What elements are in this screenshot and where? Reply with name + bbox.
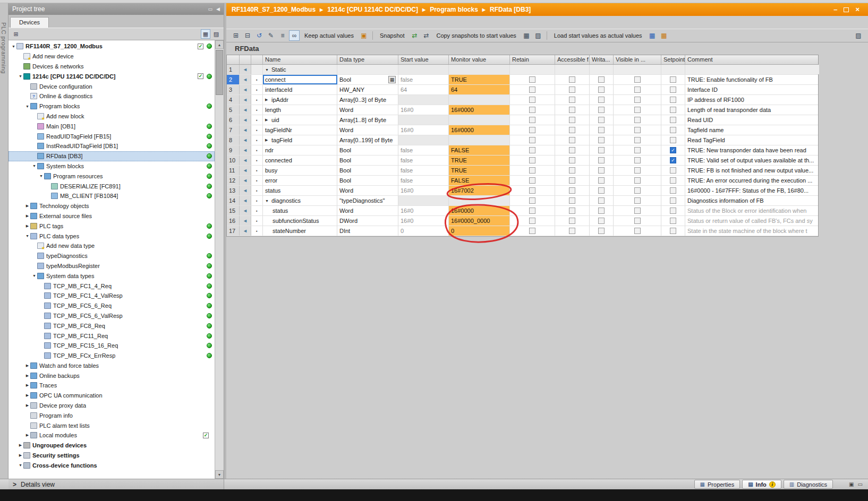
tree-item-tcp-mb-fc5-6-valresp[interactable]: TCP_MB_FC5_6_ValResp <box>8 311 215 321</box>
writable-checkbox[interactable] <box>598 187 605 194</box>
row-number[interactable]: 9 <box>227 145 240 155</box>
tree-item-typediagnostics[interactable]: typeDiagnostics <box>8 251 215 261</box>
tree-scrollbar[interactable]: ▲ ▼ <box>215 40 224 479</box>
tab-info[interactable]: ▤ Info i <box>742 480 781 489</box>
breadcrumb-1214c-cpu-1214c-dc-dc-dc[interactable]: 1214c [CPU 1214C DC/DC/DC] <box>327 6 418 13</box>
retain-checkbox[interactable] <box>529 97 535 103</box>
row-number[interactable]: 3 <box>227 85 240 94</box>
expand-arrow-icon[interactable]: ▶ <box>24 403 30 408</box>
retain-checkbox[interactable] <box>529 137 535 143</box>
db-row-15-status[interactable]: 15◄▪statusWord16#016#0000Status of the B… <box>227 206 818 216</box>
collapse-member-icon[interactable]: ▼ <box>265 68 270 72</box>
comment[interactable]: 16#0000 - 16#7FFF: Status of the FB, 16#… <box>685 186 819 195</box>
row-number[interactable]: 7 <box>227 125 240 135</box>
tree-item-system-data-types[interactable]: ▼System data types <box>8 271 215 281</box>
db-row-3-interfaceid[interactable]: 3◄▪interfaceIdHW_ANY6464Interface ID <box>227 85 818 95</box>
visible-checkbox[interactable] <box>634 197 641 204</box>
row-number[interactable]: 2 <box>227 75 240 84</box>
tree-item-tcp-mb-fc15-16-req[interactable]: TCP_MB_FC15_16_Req <box>8 341 215 351</box>
start-value[interactable]: 16#0 <box>398 105 449 115</box>
comment[interactable]: Status or return value of called FB's, F… <box>685 216 819 226</box>
writable-checkbox[interactable] <box>598 157 605 163</box>
start-value[interactable]: 16#0 <box>398 206 449 215</box>
row-number[interactable]: 4 <box>227 95 240 105</box>
writable-checkbox[interactable] <box>598 228 605 234</box>
setpoint-checkbox[interactable] <box>670 197 676 204</box>
db-row-1-static[interactable]: 1◄▼Static <box>227 65 818 75</box>
writable-checkbox[interactable] <box>598 127 605 133</box>
snapshot-button[interactable]: Snapshot <box>380 32 404 39</box>
setpoint-checkbox[interactable] <box>670 137 676 143</box>
tree-item-cross-device-functions[interactable]: ▼Cross-device functions <box>8 460 215 470</box>
comment[interactable]: Read TagField <box>685 135 819 145</box>
header-name[interactable]: Name <box>263 55 337 64</box>
accessible-checkbox[interactable] <box>569 107 575 113</box>
accessible-checkbox[interactable] <box>569 177 575 184</box>
collapse-arrow-icon[interactable]: ▼ <box>24 105 30 108</box>
db-row-16-subfunctionstatus[interactable]: 16◄▪subfunctionStatusDWord16#016#0000_00… <box>227 216 818 226</box>
comment[interactable]: TRUE: An error occurred during the execu… <box>685 176 819 185</box>
row-number[interactable]: 15 <box>227 206 240 215</box>
accessible-checkbox[interactable] <box>569 157 575 163</box>
comment[interactable]: TRUE: New transponder data have been rea… <box>685 145 819 155</box>
retain-checkbox[interactable] <box>529 197 535 204</box>
row-number[interactable]: 10 <box>227 156 240 165</box>
row-number[interactable]: 5 <box>227 105 240 115</box>
visible-checkbox[interactable] <box>634 127 641 133</box>
setpoint-checkbox[interactable] <box>670 208 676 214</box>
expand-arrow-icon[interactable]: ▶ <box>18 453 23 457</box>
create-snapshot-icon[interactable]: ⇄ <box>409 30 420 41</box>
visible-checkbox[interactable] <box>634 137 641 143</box>
comment[interactable]: IP address of RF1000 <box>685 95 819 105</box>
tree-item-deserialize-fc891[interactable]: DESERIALIZE [FC891] <box>8 181 215 191</box>
writable-checkbox[interactable] <box>598 167 605 174</box>
tree-item-tcp-mb-fc8-req[interactable]: TCP_MB_FC8_Req <box>8 321 215 331</box>
start-value[interactable]: false <box>398 145 449 155</box>
breadcrumb-rf1140r-s7-1200-modbus[interactable]: RF1140R_S7_1200_Modbus <box>232 6 316 13</box>
load-start-values-button[interactable]: Load start values as actual values <box>554 32 642 39</box>
writable-checkbox[interactable] <box>598 177 605 184</box>
load-values-all-icon[interactable]: ▦ <box>659 30 669 41</box>
accessible-checkbox[interactable] <box>569 147 575 153</box>
auto-collapse-icon[interactable]: ▭ <box>208 6 213 12</box>
tree-item-program-blocks[interactable]: ▼Program blocks <box>8 101 215 111</box>
reset-start-values-icon[interactable]: ↺ <box>254 30 265 41</box>
tree-item-plc-data-types[interactable]: ▼PLC data types <box>8 231 215 241</box>
retain-checkbox[interactable] <box>529 218 535 224</box>
retain-checkbox[interactable] <box>529 157 535 163</box>
setpoint-checkbox[interactable] <box>670 167 676 174</box>
tree-item-plc-tags[interactable]: ▶PLC tags <box>8 221 215 231</box>
tree-item-1214c-cpu-1214c-dc-dc-dc[interactable]: ▼1214c [CPU 1214C DC/DC/DC]✓ <box>8 71 215 81</box>
tree-item-mb-client-fb1084[interactable]: MB_CLIENT [FB1084] <box>8 191 215 201</box>
comment[interactable] <box>685 65 819 74</box>
accessible-checkbox[interactable] <box>569 208 575 214</box>
db-row-14-diagnostics[interactable]: 14◄▪▼diagnostics"typeDiagnostics"Diagnos… <box>227 196 818 206</box>
details-view-toggle-icon[interactable]: ▦ <box>201 29 210 39</box>
row-number[interactable]: 17 <box>227 226 240 236</box>
tree-item-typemodbusregister[interactable]: typeModbusRegister <box>8 261 215 271</box>
expand-arrow-icon[interactable]: ▶ <box>24 224 30 228</box>
retain-checkbox[interactable] <box>529 228 535 234</box>
tree-item-device-configuration[interactable]: Device configuration <box>8 81 215 91</box>
tab-diagnostics[interactable]: ▥ Diagnostics <box>784 480 833 489</box>
tree-item-tcp-mb-fc1-4-valresp[interactable]: TCP_MB_FC1_4_ValResp <box>8 291 215 301</box>
tree-item-instreaduidtagfield-db1[interactable]: InstReadUIDTagField [DB1] <box>8 141 215 151</box>
details-view-bar[interactable]: > Details view <box>8 479 224 489</box>
scroll-down-icon[interactable]: ▼ <box>215 470 224 479</box>
expand-member-icon[interactable]: ▶ <box>265 118 270 122</box>
visible-checkbox[interactable] <box>634 117 641 123</box>
maximize-editor-icon[interactable]: ▨ <box>853 30 864 41</box>
writable-checkbox[interactable] <box>598 107 605 113</box>
retain-checkbox[interactable] <box>529 177 535 184</box>
expand-member-icon[interactable]: ▶ <box>265 138 270 142</box>
start-value[interactable]: 64 <box>398 85 449 94</box>
retain-checkbox[interactable] <box>529 147 535 153</box>
comment[interactable]: Diagnostics information of FB <box>685 196 819 205</box>
start-value[interactable] <box>398 115 449 125</box>
row-number[interactable]: 1 <box>227 65 240 74</box>
header-accessible[interactable]: Accessible f... <box>555 55 590 64</box>
accessible-checkbox[interactable] <box>569 187 575 194</box>
setpoint-checkbox[interactable] <box>670 87 676 93</box>
expand-arrow-icon[interactable]: ▶ <box>24 393 30 398</box>
row-number[interactable]: 14 <box>227 196 240 205</box>
